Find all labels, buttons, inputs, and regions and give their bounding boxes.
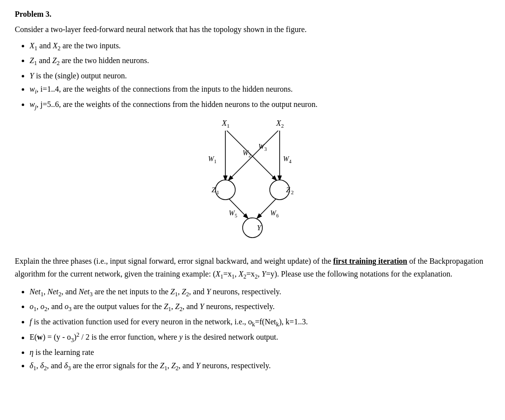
svg-text:2: 2 xyxy=(281,123,284,129)
svg-text:3: 3 xyxy=(264,146,267,152)
svg-text:1: 1 xyxy=(214,159,216,164)
svg-line-7 xyxy=(227,131,276,180)
bullet-3: Y is the (single) output neuron. xyxy=(30,70,490,82)
svg-text:6: 6 xyxy=(276,213,279,218)
notation-bullet-2: o1, o2, and o3 are the output values for… xyxy=(30,300,490,314)
notation-bullet-5: η is the learning rate xyxy=(30,346,490,359)
svg-text:2: 2 xyxy=(291,189,294,195)
svg-text:Z: Z xyxy=(212,186,216,194)
svg-text:1: 1 xyxy=(216,189,219,195)
intro-text: Consider a two-layer feed-forward neural… xyxy=(15,24,490,35)
neural-network-diagram: X 1 X 2 W 1 W 2 W 3 W 4 Z 1 xyxy=(15,117,490,245)
notation-bullet-6: δ1, δ2, and δ3 are the error signals for… xyxy=(30,359,490,373)
notation-bullets: Net1, Net2, and Net3 are the net inputs … xyxy=(30,285,490,374)
notation-bullet-3: f is the activation function used for ev… xyxy=(30,315,490,329)
bullet-1: X1 and X2 are the two inputs. xyxy=(30,39,490,53)
explain-paragraph: Explain the three phases (i.e., input si… xyxy=(15,255,490,281)
problem-title: Problem 3. xyxy=(15,10,490,19)
notation-bullet-1: Net1, Net2, and Net3 are the net inputs … xyxy=(30,285,490,299)
bullet-5: wj, j=5..6, are the weights of the conne… xyxy=(30,98,490,112)
svg-text:5: 5 xyxy=(235,213,237,218)
svg-text:Z: Z xyxy=(286,186,290,194)
bullet-4: wi, i=1..4, are the weights of the conne… xyxy=(30,83,490,97)
svg-text:1: 1 xyxy=(227,123,230,129)
svg-text:2: 2 xyxy=(249,153,251,158)
underline-first-training: first training iteration xyxy=(333,257,407,265)
bullet-2: Z1 and Z2 are the two hidden neurons. xyxy=(30,54,490,68)
svg-line-10 xyxy=(229,131,278,180)
notation-bullet-4: E(w) = (y - o3)2 / 2 is the error functi… xyxy=(30,330,490,345)
intro-bullets: X1 and X2 are the two inputs. Z1 and Z2 … xyxy=(30,39,490,112)
svg-text:4: 4 xyxy=(289,159,291,164)
